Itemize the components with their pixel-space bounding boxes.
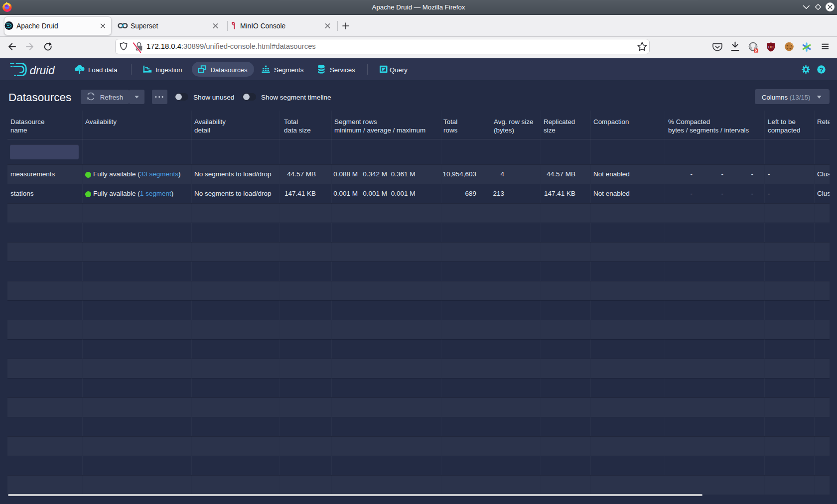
svg-text:?: ? [820,67,824,74]
svg-text:druid: druid [30,64,56,77]
svg-text:UO: UO [768,45,774,49]
